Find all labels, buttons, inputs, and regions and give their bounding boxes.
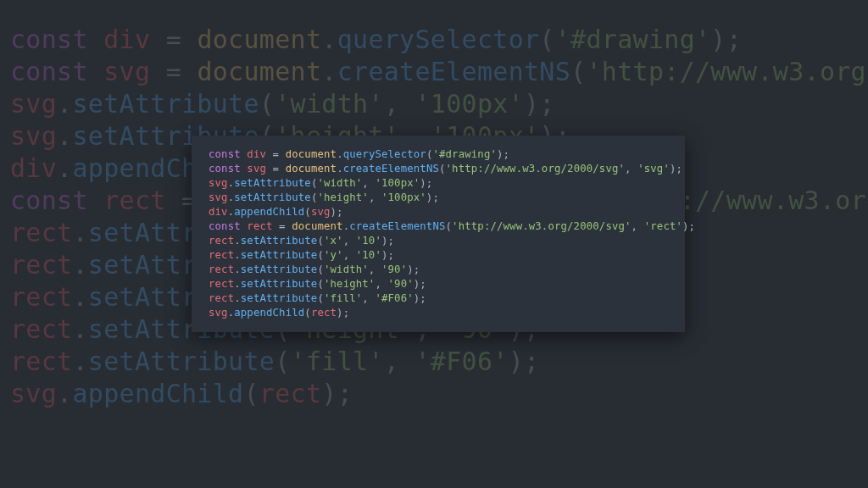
code-token: document [197, 25, 321, 54]
code-token: . [234, 292, 241, 304]
code-token: . [57, 121, 72, 151]
code-token: 'rect' [644, 220, 682, 232]
code-token: setAttribute [241, 263, 318, 275]
code-token: ( [259, 89, 275, 119]
code-token: rect [10, 218, 72, 247]
code-token: . [234, 249, 241, 261]
code-token: ( [317, 263, 324, 275]
code-token: ); [426, 191, 439, 203]
code-token: 'http://www.w3.org/2000/svg' [452, 220, 632, 232]
code-token: setAttribute [241, 249, 318, 261]
code-token: rect [10, 347, 72, 376]
code-token [88, 186, 103, 215]
code-token: setAttribute [234, 191, 311, 203]
foreground-code-block: const div = document.querySelector('#dra… [209, 147, 668, 320]
code-token: ); [670, 163, 682, 175]
code-token: createElementNS [349, 220, 445, 232]
code-token: appendChild [234, 206, 304, 218]
code-token: , [343, 249, 356, 261]
code-token: createElementNS [337, 57, 570, 86]
code-token: ( [317, 235, 324, 247]
code-token: 'height' [317, 191, 368, 203]
code-token: = [273, 220, 292, 232]
code-line: const svg = document.createElementNS('ht… [209, 163, 682, 175]
code-line: svg.appendChild(rect); [209, 307, 349, 319]
code-token: setAttribute [241, 292, 318, 304]
code-token: document [286, 148, 337, 160]
code-token: rect [10, 250, 72, 280]
code-token: 'width' [324, 263, 369, 275]
code-token: ); [682, 220, 695, 232]
code-token: . [72, 218, 87, 247]
code-token: rect [259, 379, 321, 408]
code-token: . [234, 235, 241, 247]
code-token: ); [337, 307, 349, 319]
code-token: rect [209, 292, 234, 304]
code-token: '90' [381, 263, 407, 275]
code-token: . [72, 250, 87, 280]
code-line: const div = document.querySelector('#dra… [209, 148, 509, 160]
code-token: = [266, 163, 286, 175]
code-token: . [72, 282, 87, 312]
code-token: svg [311, 206, 331, 218]
code-token: rect [209, 235, 234, 247]
code-token: '10' [356, 235, 381, 247]
code-token: ); [497, 148, 509, 160]
code-token: . [72, 347, 87, 376]
code-token: querySelector [337, 25, 540, 54]
code-token: setAttribute [241, 235, 318, 247]
code-token: '10' [356, 249, 381, 261]
code-token: svg [209, 191, 228, 203]
code-token: querySelector [343, 148, 426, 160]
code-token: rect [209, 263, 234, 275]
code-token: , [384, 347, 415, 376]
code-token: setAttribute [72, 89, 259, 119]
code-token: ( [317, 278, 324, 290]
code-token: setAttribute [234, 177, 311, 189]
code-token: , [362, 292, 375, 304]
code-token: . [337, 163, 343, 175]
code-line: rect.setAttribute('x', '10'); [209, 235, 394, 247]
code-token: appendChild [234, 307, 304, 319]
code-token: div [103, 25, 150, 54]
code-line: rect.setAttribute('width', '90'); [209, 263, 420, 275]
code-token: ); [381, 249, 394, 261]
code-token: '#drawing' [432, 148, 497, 160]
code-token: '90' [388, 278, 414, 290]
code-token: ( [446, 220, 453, 232]
code-token: . [321, 57, 337, 86]
code-token: '100px' [381, 191, 426, 203]
code-token: const [10, 25, 88, 54]
code-token: const [209, 163, 241, 175]
code-token: , [369, 263, 381, 275]
code-token: ( [275, 347, 290, 376]
code-line: rect.setAttribute('fill', '#F06'); [10, 347, 539, 376]
code-token: const [209, 220, 241, 232]
code-line: const svg = document.createElementNS('ht… [10, 57, 868, 86]
code-line: div.appendChild(svg); [209, 206, 343, 218]
code-token: 'width' [275, 89, 384, 119]
code-token: rect [209, 249, 234, 261]
code-token: , [343, 235, 356, 247]
code-token: 'x' [324, 235, 343, 247]
code-line: svg.setAttribute('height', '100px'); [209, 191, 439, 203]
code-token: 'http://www.w3.org/2000/svg' [586, 57, 868, 86]
code-token: '100px' [375, 177, 420, 189]
code-token: . [337, 148, 343, 160]
code-token: const [209, 148, 241, 160]
code-token: const [10, 186, 88, 215]
code-token: ( [304, 307, 311, 319]
code-token: svg [247, 163, 266, 175]
code-token: ( [539, 25, 554, 54]
code-token: svg [10, 89, 57, 119]
code-token: . [57, 89, 72, 119]
code-token: rect [247, 220, 272, 232]
code-token: , [632, 220, 644, 232]
code-token: ); [414, 278, 426, 290]
code-token: '#drawing' [555, 25, 711, 54]
code-token: 'fill' [291, 347, 384, 376]
code-token: 'width' [317, 177, 362, 189]
code-token: ( [243, 379, 259, 408]
code-token: . [321, 25, 337, 54]
code-token: rect [10, 282, 72, 312]
